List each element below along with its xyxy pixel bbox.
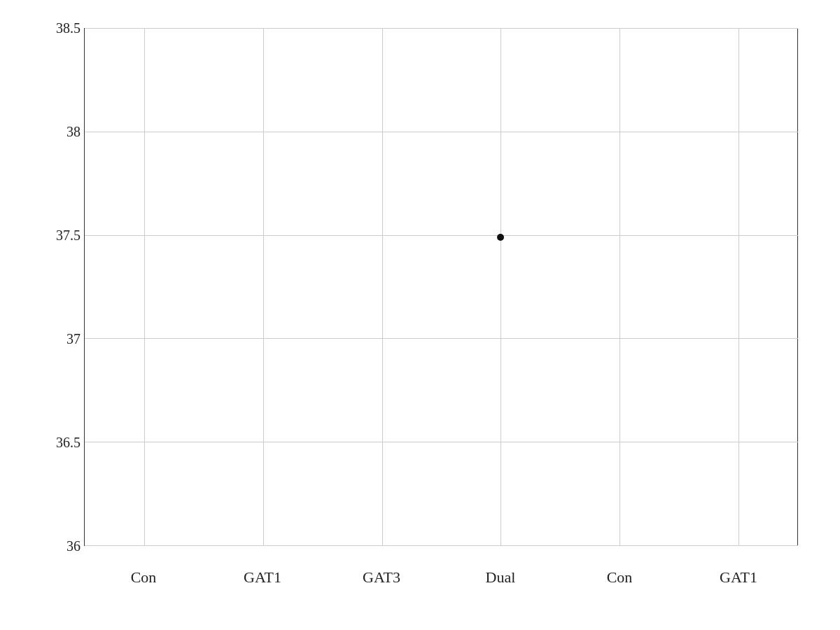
x-tick-label: Con	[84, 568, 203, 587]
x-tick-label: Dual	[441, 568, 560, 587]
y-tick-label: 38.5	[35, 20, 80, 36]
x-tick-label: GAT1	[679, 568, 798, 587]
y-tick-label: 38	[35, 124, 80, 140]
x-tick-label: GAT3	[322, 568, 441, 587]
grid-line-horizontal	[85, 545, 798, 546]
grid-line-vertical	[144, 28, 145, 545]
grid-line-vertical	[382, 28, 383, 545]
y-tick-label: 37	[35, 331, 80, 347]
grid-line-vertical	[738, 28, 739, 545]
y-tick-label: 37.5	[35, 227, 80, 244]
grid-line-horizontal	[85, 442, 798, 442]
y-tick-label: 36	[35, 538, 80, 554]
x-tick-label: GAT1	[203, 568, 322, 587]
grid-line-horizontal	[85, 28, 798, 29]
y-tick-label: 36.5	[35, 435, 80, 451]
grid-line-horizontal	[85, 132, 798, 132]
grid-line-vertical	[263, 28, 264, 545]
chart-plot-area	[84, 28, 798, 546]
grid-line-vertical	[620, 28, 620, 545]
chart-container: 3636.53737.53838.5 ConGAT1GAT3DualConGAT…	[0, 0, 840, 630]
x-axis-labels: ConGAT1GAT3DualConGAT1	[84, 564, 798, 592]
grid-line-vertical	[500, 28, 501, 545]
data-point	[497, 234, 504, 241]
grid-line-horizontal	[85, 338, 798, 339]
grid-line-horizontal	[85, 235, 798, 236]
x-tick-label: Con	[560, 568, 679, 587]
